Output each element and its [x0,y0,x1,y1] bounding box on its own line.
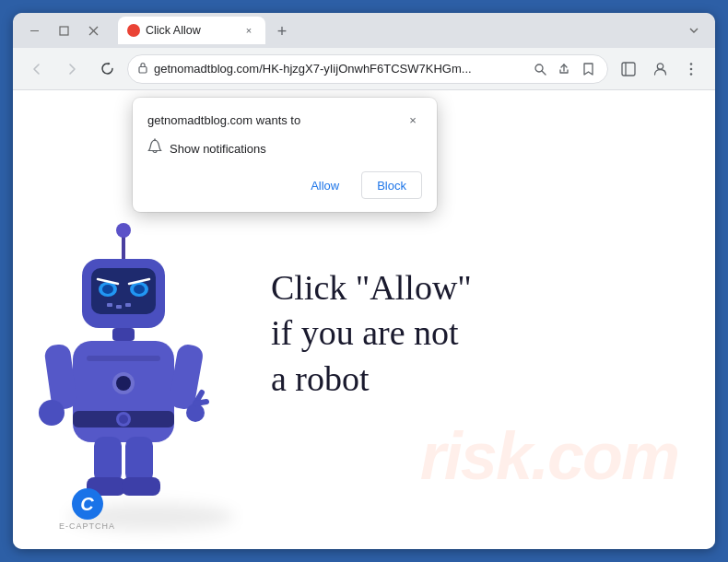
svg-rect-27 [112,328,135,341]
browser-window: Click Allow × + getnomadtblog.com/HK-hjz… [13,13,715,549]
address-icons [530,59,598,79]
svg-point-13 [690,73,693,76]
svg-point-21 [134,285,145,294]
toolbar-right [614,54,706,84]
svg-point-20 [102,285,113,294]
svg-rect-25 [116,305,122,309]
svg-rect-4 [139,66,147,73]
toolbar: getnomadtblog.com/HK-hjzgX7-yIijOnwhF6TC… [13,48,715,90]
svg-rect-29 [87,356,160,361]
bookmark-icon[interactable] [578,59,598,79]
new-tab-button[interactable]: + [269,18,295,44]
menu-icon[interactable] [676,54,706,84]
svg-rect-26 [125,303,131,307]
share-icon[interactable] [554,59,574,79]
tab-favicon [127,24,140,37]
svg-rect-42 [125,437,153,483]
url-display: getnomadtblog.com/HK-hjzgX7-yIijOnwhF6TC… [154,62,524,76]
ecaptcha-widget: C E-CAPTCHA [59,488,115,531]
search-icon[interactable] [530,59,550,79]
bell-icon [147,138,162,158]
tab-title: Click Allow [146,24,236,37]
title-bar-chevron-icon[interactable] [682,18,706,42]
lock-icon [137,62,148,76]
popup-notification-text: Show notifications [170,142,266,156]
popup-title: getnomadtblog.com wants to [147,113,300,127]
popup-buttons: Allow Block [147,171,422,199]
main-text-line3: a robot [271,357,472,402]
forward-button[interactable] [57,54,87,84]
svg-point-15 [116,223,131,238]
svg-point-36 [39,400,65,426]
notification-popup: getnomadtblog.com wants to × Show notifi… [133,98,437,212]
back-button[interactable] [22,54,52,84]
popup-header: getnomadtblog.com wants to × [147,111,422,129]
active-tab[interactable]: Click Allow × [118,17,265,44]
page-content: risk.com [13,90,715,549]
svg-point-10 [657,64,663,69]
sidebar-toggle-button[interactable] [614,54,643,84]
robot-illustration [31,208,234,521]
minimize-button[interactable] [22,18,46,42]
popup-notification-row: Show notifications [147,138,422,158]
svg-rect-41 [94,437,122,483]
svg-rect-24 [107,303,112,307]
profile-icon[interactable] [645,54,675,84]
ecaptcha-label: E-CAPTCHA [59,521,115,531]
allow-button[interactable]: Allow [296,171,354,199]
svg-point-11 [690,63,693,65]
title-bar: Click Allow × + [13,13,715,48]
address-bar[interactable]: getnomadtblog.com/HK-hjzgX7-yIijOnwhF6TC… [127,54,608,84]
svg-point-12 [690,67,693,70]
svg-rect-44 [122,477,160,496]
close-button[interactable] [81,18,105,42]
tab-area: Click Allow × + [118,17,671,44]
svg-line-40 [195,402,206,404]
window-controls [22,18,105,42]
tab-close-button[interactable]: × [241,23,256,38]
main-text-line1: Click "Allow" [271,265,472,310]
svg-line-6 [542,71,546,75]
maximize-button[interactable] [52,18,76,42]
ecaptcha-logo: C [72,488,103,520]
svg-rect-8 [622,63,635,76]
svg-point-34 [116,376,131,391]
title-bar-right [682,18,706,42]
watermark-text: risk.com [420,418,678,494]
block-button[interactable]: Block [361,171,422,199]
svg-point-32 [119,415,128,424]
main-text-line2: if you are not [271,310,472,356]
popup-close-button[interactable]: × [404,111,422,129]
reload-button[interactable] [92,54,122,84]
svg-rect-1 [60,27,68,35]
main-text: Click "Allow" if you are not a robot [271,265,472,402]
